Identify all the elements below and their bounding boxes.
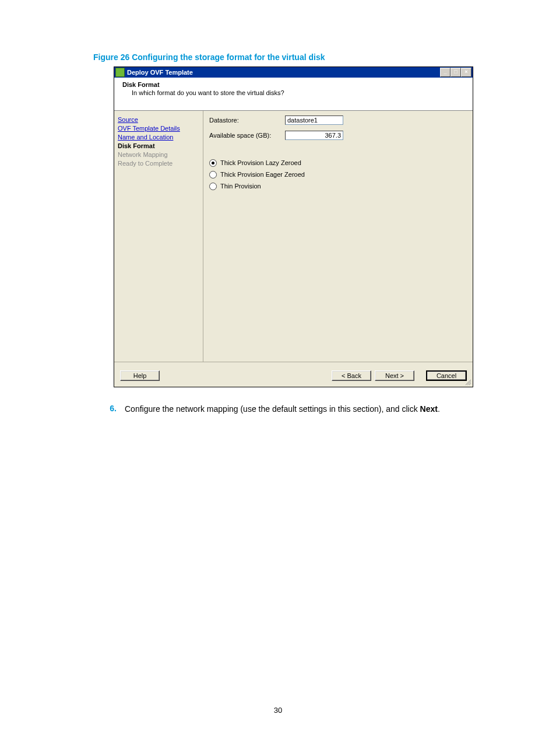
minimize-icon[interactable]: _	[440, 68, 451, 77]
maximize-icon[interactable]: □	[451, 68, 461, 77]
radio-label: Thick Provision Eager Zeroed	[220, 171, 305, 178]
radio-thin[interactable]: Thin Provision	[209, 181, 467, 191]
radio-dot-icon	[209, 183, 217, 190]
datastore-label: Datastore:	[209, 117, 285, 124]
instruction-step: 6. Configure the network mapping (use th…	[93, 404, 478, 415]
sidebar-item-ready-complete: Ready to Complete	[118, 160, 173, 167]
step-number: 6.	[93, 404, 125, 413]
next-button[interactable]: Next >	[375, 370, 414, 381]
radio-thick-lazy[interactable]: Thick Provision Lazy Zeroed	[209, 158, 467, 168]
provision-radio-group: Thick Provision Lazy Zeroed Thick Provis…	[209, 158, 467, 191]
sidebar-item-disk-format: Disk Format	[118, 142, 155, 149]
content-pane: Datastore: Available space (GB): Thick P…	[203, 111, 473, 362]
radio-label: Thin Provision	[220, 183, 261, 190]
close-icon[interactable]: ×	[461, 68, 471, 77]
sidebar-item-name-location[interactable]: Name and Location	[118, 134, 173, 141]
dialog-footer: Help < Back Next > Cancel	[114, 362, 473, 387]
radio-thick-eager[interactable]: Thick Provision Eager Zeroed	[209, 169, 467, 180]
available-space-input	[285, 131, 343, 140]
step-text: Configure the network mapping (use the d…	[125, 404, 478, 415]
sidebar-item-network-mapping: Network Mapping	[118, 151, 168, 158]
help-button[interactable]: Help	[120, 370, 160, 381]
available-space-label: Available space (GB):	[209, 132, 285, 139]
window-title: Deploy OVF Template	[127, 69, 440, 76]
figure-caption: Figure 26 Configuring the storage format…	[93, 52, 478, 62]
radio-dot-icon	[209, 159, 217, 167]
radio-dot-icon	[209, 171, 217, 178]
datastore-input	[285, 116, 343, 125]
app-icon	[115, 68, 125, 77]
page-number: 30	[0, 706, 556, 715]
sidebar-item-ovf-details[interactable]: OVF Template Details	[118, 125, 180, 132]
titlebar[interactable]: Deploy OVF Template _ □ ×	[114, 67, 473, 78]
header-subtitle: In which format do you want to store the…	[132, 89, 464, 96]
resize-grip-icon[interactable]	[464, 378, 471, 385]
wizard-sidebar: Source OVF Template Details Name and Loc…	[114, 111, 203, 362]
sidebar-item-source[interactable]: Source	[118, 116, 138, 123]
header-title: Disk Format	[122, 81, 464, 88]
dialog-deploy-ovf: Deploy OVF Template _ □ × Disk Format In…	[114, 66, 473, 387]
cancel-button[interactable]: Cancel	[426, 370, 467, 381]
back-button[interactable]: < Back	[332, 370, 371, 381]
radio-label: Thick Provision Lazy Zeroed	[220, 159, 301, 166]
dialog-header: Disk Format In which format do you want …	[114, 78, 473, 111]
